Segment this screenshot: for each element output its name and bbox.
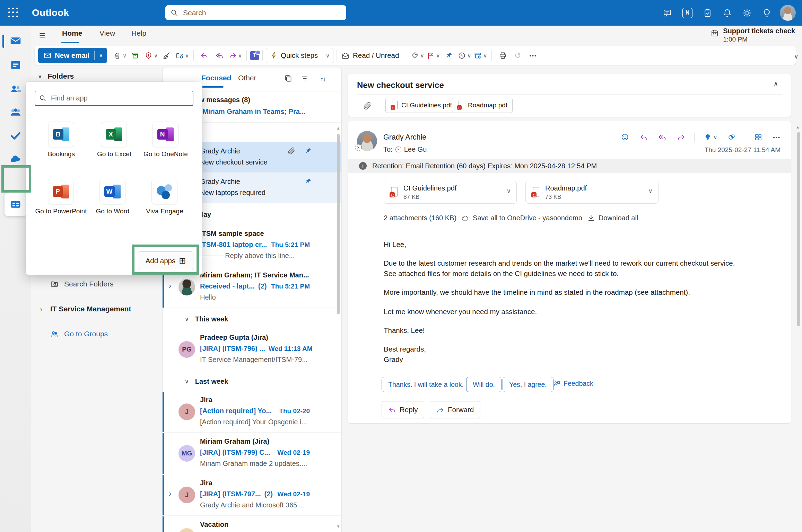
quick-steps-button[interactable]: Quick steps ∨ [266,48,333,63]
collapse-reading-pane-chevron[interactable]: ∧ [773,80,778,88]
tab-help[interactable]: Help [131,29,146,37]
app-launcher-waffle-icon[interactable] [8,8,19,18]
todo-tasks-icon[interactable] [703,8,712,18]
scroll-up-arrow[interactable]: ▲ [336,126,340,131]
pin-button[interactable] [441,48,456,63]
window-scroll-up-arrow[interactable]: ▲ [796,125,800,130]
section-this-week[interactable]: ∨ This week [163,309,341,329]
reply-icon[interactable] [638,132,649,143]
list-scrollbar-thumb[interactable] [337,134,340,314]
app-tile-word[interactable]: W [99,179,125,204]
tab-other[interactable]: Other [238,74,256,82]
find-an-app-input[interactable] [50,94,189,103]
reply-all-icon[interactable] [657,132,668,143]
select-all-icon[interactable] [284,74,292,82]
app-tile-powerpoint[interactable]: P [48,179,74,204]
onenote-feed-icon[interactable]: N [682,8,692,18]
app-label-word[interactable]: Go to Word [87,207,139,216]
report-button[interactable]: ∨ [143,48,159,63]
expand-conversation-chevron[interactable]: › [169,282,171,291]
addin-diamond-icon[interactable]: ∨ [702,132,718,143]
new-email-button[interactable]: New email ∨ [38,48,107,63]
attachment-chip-roadmap[interactable]: Roadmap.pdf [452,98,513,113]
sort-icon[interactable]: ↑↓ [320,76,325,83]
app-tile-bookings[interactable]: B [48,122,74,147]
list-item-itsm-796[interactable]: PG Pradeep Gupta (Jira) [JIRA] (ITSM-796… [163,329,341,370]
tips-lightbulb-icon[interactable] [762,8,772,18]
suggested-reply-3[interactable]: Yes, I agree. [503,377,553,392]
list-item-vacation[interactable]: V Vacation You just joined the... Tue 02… [163,516,341,532]
settings-gear-icon[interactable] [742,8,752,18]
add-apps-button[interactable]: Add apps ⊞ [138,251,193,270]
meeting-reminder[interactable]: Support tickets check 1:00 PM [711,27,795,43]
recipient-line[interactable]: To: × Lee Gu [383,145,427,153]
move-to-button[interactable]: ∨ [174,48,190,63]
reply-button-footer[interactable]: Reply [382,401,424,418]
find-an-app-search[interactable] [35,91,193,106]
expand-conversation-chevron[interactable]: › [169,489,171,498]
pin-icon[interactable] [304,147,312,155]
app-label-excel[interactable]: Go to Excel [88,150,140,159]
app-label-bookings[interactable]: Bookings [35,150,87,159]
sender-name[interactable]: Grady Archie [383,133,426,142]
folders-header[interactable]: ∨ Folders [38,72,74,80]
forward-button[interactable]: ∨ [227,48,243,63]
it-service-management-folder[interactable]: › IT Service Management [38,305,131,313]
list-item-itsm-799[interactable]: MG Miriam Graham (Jira) [JIRA] (ITSM-799… [163,433,341,474]
tab-focused[interactable]: Focused [201,74,231,82]
rail-calendar-icon[interactable] [0,55,31,76]
notifications-bell-icon[interactable] [723,8,732,18]
search-folders-item[interactable]: Search Folders [50,280,113,288]
list-item-itsm-797[interactable]: › J Jira [JIRA] (ITSM-797... (2) Wed 02-… [163,475,341,516]
collapse-ribbon-chevron[interactable]: ∨ [794,53,799,60]
print-button[interactable] [495,48,510,63]
section-last-week[interactable]: ∨ Last week [163,372,341,391]
more-toolbar-options-button[interactable]: ••• [525,48,541,63]
forward-button-footer[interactable]: Forward [430,401,480,418]
undo-button[interactable]: ↺ [510,48,525,63]
apps-grid-icon[interactable] [753,132,764,143]
save-all-to-onedrive-link[interactable]: Save all to OneDrive - yasoondemo [461,214,582,222]
attachment-card-roadmap[interactable]: Roadmap.pdf 73 KB ∨ [525,181,659,204]
reply-all-button[interactable] [212,48,227,63]
app-label-onenote[interactable]: Go to OneNote [140,150,192,159]
global-search[interactable] [165,5,346,20]
categorize-button[interactable]: ∨ [409,48,425,63]
forward-icon[interactable] [675,132,687,143]
archive-button[interactable] [128,48,143,63]
more-actions-icon[interactable]: ••• [772,133,782,142]
app-label-powerpoint[interactable]: Go to PowerPoint [35,207,87,216]
teams-chat-icon[interactable] [663,8,672,18]
viva-insights-icon[interactable] [726,132,737,143]
app-tile-onenote[interactable]: N [152,122,178,147]
go-to-groups-item[interactable]: Go to Groups [50,330,108,338]
share-to-teams-icon[interactable]: T [250,51,259,60]
recipient-name[interactable]: Lee Gu [404,145,427,153]
sweep-button[interactable] [159,48,174,63]
new-email-dropdown-chevron[interactable]: ∨ [95,53,107,58]
feedback-link[interactable]: Feedback [553,380,593,388]
window-scrollbar-thumb[interactable] [797,132,800,326]
search-input[interactable] [182,8,341,17]
reactions-smiley-icon[interactable] [619,132,630,143]
attachment-options-chevron[interactable]: ∨ [507,188,511,194]
tab-home[interactable]: Home [62,29,82,37]
hamburger-menu-icon[interactable]: ≡ [39,28,45,42]
app-label-viva-engage[interactable]: Viva Engage [139,207,191,216]
attachment-options-chevron[interactable]: ∨ [648,188,653,194]
rail-mail-icon[interactable] [0,30,31,51]
attachment-chip-ci-guidelines[interactable]: CI Guidelines.pdf [385,98,457,113]
app-tile-viva-engage[interactable] [151,179,177,204]
download-all-link[interactable]: Download all [587,214,638,222]
delete-button[interactable]: ∨ [112,48,128,63]
read-unread-button[interactable]: Read / Unread [340,48,400,63]
rules-button[interactable]: ∨ [472,48,488,63]
snooze-button[interactable]: ∨ [456,48,472,63]
list-item-action-required[interactable]: J Jira [Action required] Yo... Thu 02-20… [163,392,341,433]
scroll-down-arrow[interactable]: ▼ [336,524,340,529]
pin-icon[interactable] [304,178,312,185]
attachment-card-ci-guidelines[interactable]: CI Guidelines.pdf 87 KB ∨ [384,181,517,204]
suggested-reply-2[interactable]: Will do. [466,377,502,392]
flag-button[interactable]: ∨ [425,48,441,63]
app-tile-excel[interactable]: X [101,122,127,147]
